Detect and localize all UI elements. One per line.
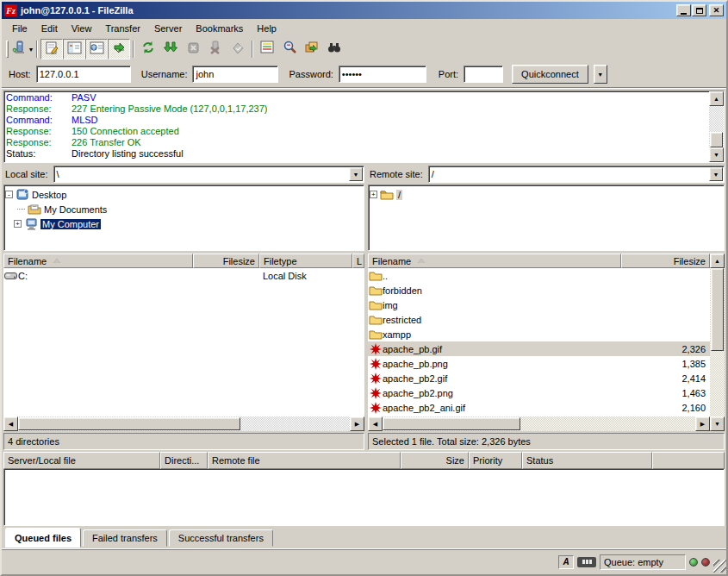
column-header-status[interactable]: Status (522, 452, 652, 469)
disconnect-button[interactable] (204, 39, 227, 59)
collapse-icon[interactable]: - (5, 191, 13, 198)
tab-queued-files[interactable]: Queued files (5, 528, 81, 548)
synchronized-browsing-button[interactable] (301, 39, 323, 59)
expand-icon[interactable]: + (14, 220, 22, 228)
directory-comparison-button[interactable] (256, 39, 278, 59)
remote-tree[interactable]: + / (368, 185, 725, 251)
file-row[interactable]: forbidden (368, 283, 710, 297)
cancel-icon (186, 41, 201, 59)
tree-item-root[interactable]: + / (370, 187, 723, 202)
scroll-right-button[interactable]: ▶ (350, 416, 364, 431)
menu-item-server[interactable]: Server (147, 21, 189, 36)
column-header-filename[interactable]: Filename (3, 254, 193, 268)
column-header-server-local-file[interactable]: Server/Local file (3, 452, 160, 469)
cancel-button[interactable] (182, 39, 204, 59)
file-row[interactable]: img (368, 297, 710, 312)
message-log-body[interactable]: Command:PASV Response:227 Entering Passi… (4, 91, 709, 162)
toggle-remote-tree-button[interactable] (85, 39, 108, 59)
scroll-left-button[interactable]: ◀ (3, 416, 18, 431)
host-input[interactable] (36, 66, 131, 83)
column-header-last-modified[interactable]: L (352, 254, 364, 268)
resize-grip[interactable] (713, 560, 726, 573)
tab-failed-transfers[interactable]: Failed transfers (83, 529, 167, 547)
menu-item-transfer[interactable]: Transfer (98, 21, 147, 36)
file-row[interactable]: apache_pb2.gif2,414 (368, 371, 710, 385)
site-manager-button[interactable]: ▼ (11, 39, 34, 59)
expand-icon[interactable]: + (370, 191, 377, 198)
tab-successful-transfers[interactable]: Successful transfers (169, 529, 273, 547)
refresh-icon (140, 40, 156, 59)
local-horizontal-scrollbar[interactable]: ◀ ▶ (3, 416, 364, 431)
username-input[interactable] (192, 66, 278, 83)
password-input[interactable] (339, 66, 426, 83)
local-site-combo[interactable]: \ ▼ (53, 166, 364, 183)
file-row-selected[interactable]: apache_pb.gif2,326 (368, 341, 710, 356)
remote-vertical-scrollbar[interactable]: ▲ ▼ (710, 254, 725, 431)
scroll-down-button[interactable]: ▼ (709, 147, 724, 162)
log-scrollbar[interactable]: ▲ ▼ (709, 91, 724, 162)
file-row[interactable]: apache_pb.png1,385 (368, 356, 710, 371)
port-input[interactable] (464, 66, 503, 83)
site-manager-dropdown-icon[interactable]: ▼ (28, 47, 34, 53)
title-bar[interactable]: Fz john@127.0.0.1 - FileZilla ✕ (2, 2, 726, 19)
quickconnect-dropdown-button[interactable]: ▼ (594, 65, 607, 84)
column-header-filesize[interactable]: Filesize (193, 254, 259, 268)
tree-item-my-computer[interactable]: + My Computer (5, 216, 363, 231)
scroll-up-button[interactable]: ▲ (710, 254, 725, 268)
speed-limit-indicator-icon[interactable] (577, 557, 596, 567)
quickconnect-button[interactable]: Quickconnect (512, 65, 588, 84)
file-row[interactable]: apache_pb2.png1,463 (368, 385, 710, 400)
menu-item-help[interactable]: Help (250, 21, 283, 36)
reconnect-button[interactable] (227, 39, 249, 59)
toolbar-grip[interactable] (6, 41, 9, 58)
column-header-remote-file[interactable]: Remote file (208, 452, 401, 469)
file-row[interactable]: apache_pb2_ani.gif2,160 (368, 400, 710, 415)
ascii-transfer-type-icon[interactable]: A (558, 555, 574, 569)
toggle-local-tree-button[interactable] (63, 39, 85, 59)
queue-list[interactable] (3, 469, 725, 526)
scrollbar-thumb[interactable] (383, 417, 520, 430)
column-header-priority[interactable]: Priority (469, 452, 522, 469)
column-header-size[interactable]: Size (401, 452, 469, 469)
file-row[interactable]: .. (368, 268, 710, 283)
menu-item-edit[interactable]: Edit (34, 21, 65, 36)
scrollbar-thumb[interactable] (711, 268, 724, 351)
tree-item-desktop[interactable]: - Desktop (5, 187, 363, 202)
scroll-right-button[interactable]: ▶ (695, 416, 710, 431)
toggle-queue-button[interactable] (108, 39, 130, 59)
menu-item-bookmarks[interactable]: Bookmarks (189, 21, 250, 36)
process-queue-button[interactable] (159, 39, 182, 59)
local-site-dropdown-button[interactable]: ▼ (349, 167, 363, 181)
scroll-left-button[interactable]: ◀ (368, 416, 383, 431)
find-files-button[interactable] (323, 39, 345, 59)
column-header-filetype[interactable]: Filetype (259, 254, 352, 268)
sort-ascending-icon (418, 259, 425, 263)
file-row[interactable]: xampp (368, 327, 710, 341)
local-tree[interactable]: - Desktop My Documents + My Computer (3, 185, 364, 251)
binoculars-icon (327, 40, 342, 59)
remote-site-combo[interactable]: / ▼ (428, 166, 725, 183)
toggle-log-button[interactable] (40, 39, 63, 59)
remote-horizontal-scrollbar[interactable]: ◀ ▶ (368, 416, 710, 431)
scrollbar-thumb[interactable] (18, 417, 240, 430)
refresh-button[interactable] (137, 39, 159, 59)
scroll-down-button[interactable]: ▼ (710, 416, 725, 431)
maximize-button[interactable] (692, 4, 706, 16)
remote-rows[interactable]: .. forbidden img restricted xampp apache… (368, 268, 710, 416)
file-row[interactable]: restricted (368, 312, 710, 327)
scrollbar-thumb[interactable] (710, 132, 723, 147)
local-rows[interactable]: C: Local Disk (3, 268, 364, 416)
scroll-up-button[interactable]: ▲ (709, 91, 724, 106)
menu-item-view[interactable]: View (65, 21, 99, 36)
column-header-direction[interactable]: Directi... (160, 452, 208, 469)
remote-site-dropdown-button[interactable]: ▼ (709, 167, 723, 181)
filter-button[interactable] (278, 39, 301, 59)
menu-item-file[interactable]: File (5, 21, 34, 36)
file-row[interactable]: C: Local Disk (3, 268, 364, 283)
remote-root-label: / (396, 190, 402, 200)
column-header-filesize[interactable]: Filesize (621, 254, 710, 268)
minimize-button[interactable] (676, 4, 691, 16)
tree-item-my-documents[interactable]: My Documents (5, 202, 363, 216)
column-header-filename[interactable]: Filename (368, 254, 621, 268)
close-button[interactable]: ✕ (709, 4, 724, 16)
